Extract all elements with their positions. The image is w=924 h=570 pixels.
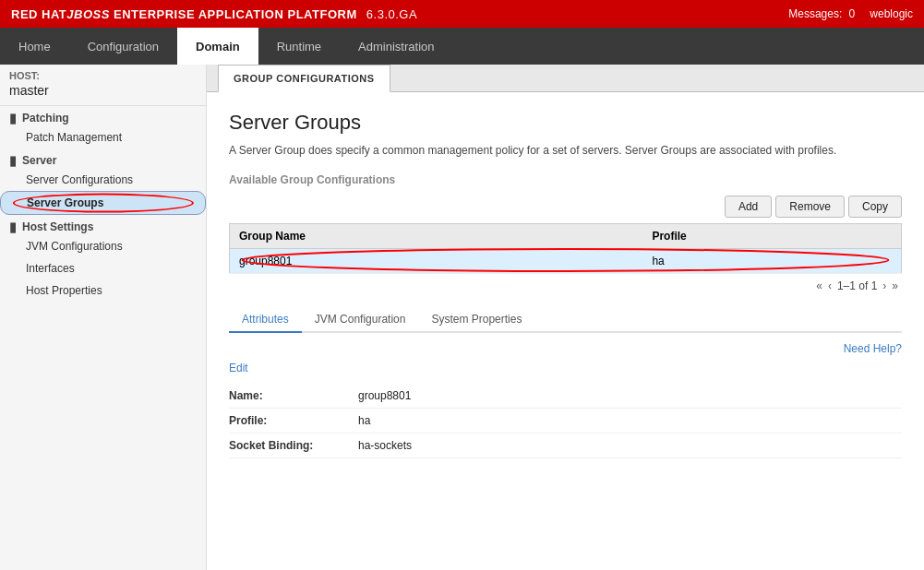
copy-button[interactable]: Copy — [848, 196, 902, 218]
collapse-host-settings-icon: ▮ — [9, 220, 17, 233]
nav-home[interactable]: Home — [0, 28, 69, 65]
app-version: 6.3.0.GA — [366, 7, 417, 21]
detail-label-profile: Profile: — [229, 414, 358, 427]
pagination-last[interactable]: » — [892, 279, 898, 292]
content-area: Server Groups A Server Group does specif… — [207, 92, 924, 570]
col-group-name: Group Name — [230, 224, 643, 249]
sidebar-section-patching[interactable]: ▮ Patching — [0, 106, 206, 126]
sub-tab-attributes[interactable]: Attributes — [229, 307, 302, 333]
sub-tab-jvm-configuration[interactable]: JVM Configuration — [302, 307, 419, 333]
brand: RED HAT ​JBOSS ENTERPRISE APPLICATION PL… — [11, 7, 417, 21]
brand-rest: ENTERPRISE APPLICATION PLATFORM — [110, 7, 357, 21]
sub-tab-system-properties[interactable]: System Properties — [418, 307, 534, 333]
top-bar: RED HAT ​JBOSS ENTERPRISE APPLICATION PL… — [0, 0, 924, 28]
sidebar-item-patch-management[interactable]: Patch Management — [0, 126, 206, 148]
col-profile: Profile — [642, 224, 901, 249]
nav-configuration[interactable]: Configuration — [69, 28, 177, 65]
detail-value-name: group8801 — [358, 389, 411, 402]
cell-group-name: group8801 — [230, 249, 643, 274]
tab-bar: GROUP CONFIGURATIONS — [207, 65, 924, 92]
table-toolbar: Add Remove Copy — [229, 196, 902, 218]
sub-tabs: Attributes JVM Configuration System Prop… — [229, 307, 902, 333]
brand-redhat: RED HAT — [11, 7, 66, 21]
add-button[interactable]: Add — [725, 196, 772, 218]
detail-row-socket-binding: Socket Binding: ha-sockets — [229, 433, 902, 458]
pagination-prev[interactable]: ‹ — [828, 279, 832, 292]
sidebar-section-patching-label: Patching — [22, 112, 69, 125]
collapse-patching-icon: ▮ — [9, 112, 17, 125]
main-content: GROUP CONFIGURATIONS Server Groups A Ser… — [207, 65, 924, 570]
cell-profile: ha — [642, 249, 901, 274]
collapse-server-icon: ▮ — [9, 154, 17, 167]
detail-row-profile: Profile: ha — [229, 409, 902, 433]
pagination-first[interactable]: « — [816, 279, 822, 292]
sidebar-item-jvm-configurations[interactable]: JVM Configurations — [0, 235, 206, 257]
sidebar-item-host-properties[interactable]: Host Properties — [0, 279, 206, 302]
host-label: Host: — [0, 65, 206, 83]
sidebar-section-host-settings[interactable]: ▮ Host Settings — [0, 215, 206, 235]
page-description: A Server Group does specify a common man… — [229, 142, 875, 159]
sidebar-item-server-groups[interactable]: Server Groups — [0, 191, 206, 215]
tab-group-configurations[interactable]: GROUP CONFIGURATIONS — [218, 65, 390, 92]
layout: Host: master ▮ Patching Patch Management… — [0, 65, 924, 570]
detail-value-profile: ha — [358, 414, 370, 427]
detail-label-name: Name: — [229, 389, 358, 402]
user-label[interactable]: weblogic — [870, 7, 913, 20]
nav-bar: Home Configuration Domain Runtime Admini… — [0, 28, 924, 65]
top-bar-right: Messages: 0 weblogic — [788, 7, 913, 20]
page-title: Server Groups — [229, 111, 902, 135]
sidebar-item-interfaces[interactable]: Interfaces — [0, 257, 206, 279]
messages-label: Messages: — [788, 7, 842, 20]
table-row[interactable]: group8801 ha — [230, 249, 902, 274]
sidebar-section-server-label: Server — [22, 154, 56, 167]
edit-link[interactable]: Edit — [229, 362, 248, 374]
sidebar: Host: master ▮ Patching Patch Management… — [0, 65, 207, 570]
nav-domain[interactable]: Domain — [177, 28, 258, 65]
sidebar-item-server-configurations[interactable]: Server Configurations — [0, 169, 206, 191]
section-label: Available Group Configurations — [229, 173, 902, 186]
detail-area: Need Help? Edit Name: group8801 Profile:… — [229, 333, 902, 468]
detail-value-socket-binding: ha-sockets — [358, 439, 412, 452]
detail-label-socket-binding: Socket Binding: — [229, 439, 358, 452]
messages-count: 0 — [849, 7, 856, 20]
sidebar-section-host-settings-label: Host Settings — [22, 220, 93, 233]
brand-jboss-text: JBOSS — [66, 7, 110, 21]
table-header-row: Group Name Profile — [230, 224, 902, 249]
messages-info: Messages: 0 — [788, 7, 855, 20]
host-value: master — [0, 83, 206, 106]
pagination: « ‹ 1–1 of 1 › » — [229, 274, 902, 298]
nav-administration[interactable]: Administration — [340, 28, 452, 65]
nav-runtime[interactable]: Runtime — [258, 28, 340, 65]
need-help-link[interactable]: Need Help? — [229, 342, 902, 355]
server-groups-table: Group Name Profile group8801 ha — [229, 223, 902, 274]
pagination-next[interactable]: › — [882, 279, 886, 292]
sidebar-section-server[interactable]: ▮ Server — [0, 148, 206, 169]
detail-row-name: Name: group8801 — [229, 384, 902, 409]
page-info: 1–1 of 1 — [837, 279, 877, 292]
remove-button[interactable]: Remove — [775, 196, 845, 218]
